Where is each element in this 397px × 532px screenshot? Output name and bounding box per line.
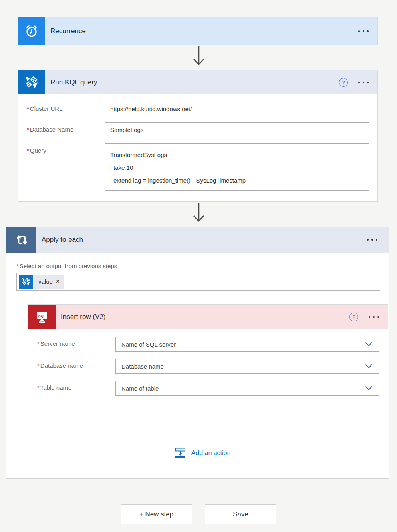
recurrence-alarm-clock-icon — [18, 17, 45, 45]
server-name-label: *Server name — [37, 337, 115, 347]
query-line: | extend lag = ingestion_time() - SysLog… — [110, 177, 364, 184]
required-marker: * — [16, 263, 19, 269]
table-name-label: *Table name — [37, 381, 115, 391]
table-name-select[interactable]: Name of table — [115, 381, 379, 396]
database-name-label: *Database Name — [27, 122, 105, 133]
help-icon[interactable]: ? — [339, 78, 348, 87]
help-icon[interactable]: ? — [349, 313, 358, 321]
query-line: | take 10 — [110, 164, 364, 171]
apply-to-each-card: Apply to each *Select an output from pre… — [6, 227, 389, 479]
query-label-text: Query — [30, 147, 46, 154]
database-name-row: *Database Name — [27, 122, 369, 137]
server-name-select[interactable]: Name of SQL server — [115, 337, 379, 352]
connector-arrow — [0, 45, 397, 70]
run-kql-query-card-header[interactable]: Run KQL query ? — [18, 70, 377, 94]
required-marker: * — [27, 126, 29, 133]
database-name-input[interactable] — [105, 122, 369, 137]
required-marker: * — [27, 147, 29, 154]
query-row: *Query TransformedSysLogs | take 10 | ex… — [27, 143, 369, 191]
add-action[interactable]: Add an action — [16, 448, 389, 458]
database-name-select-value: Database name — [121, 363, 164, 370]
run-kql-query-menu-icon[interactable] — [357, 79, 369, 86]
select-output-label-text: Select an output from previous steps — [20, 263, 117, 269]
recurrence-menu-icon[interactable] — [357, 28, 369, 34]
table-name-select-value: Name of table — [121, 385, 159, 392]
value-token-label: value — [33, 278, 55, 285]
sql-server-icon: SQL — [28, 305, 56, 329]
loop-icon — [6, 227, 36, 253]
run-kql-query-card-title: Run KQL query — [45, 78, 339, 86]
database-name-label-text: Database Name — [30, 126, 73, 133]
insert-row-card: SQL Insert row (V2) ? *Server name — [28, 304, 388, 408]
connector-arrow — [0, 202, 397, 227]
recurrence-card-header[interactable]: Recurrence — [18, 17, 377, 45]
azure-data-explorer-icon — [18, 70, 45, 94]
cluster-url-row: *Cluster URL — [27, 102, 369, 116]
select-output-label: *Select an output from previous steps — [16, 263, 389, 269]
insert-row-card-header[interactable]: SQL Insert row (V2) ? — [28, 305, 388, 329]
required-marker: * — [37, 384, 40, 391]
chevron-down-icon — [365, 386, 373, 391]
add-action-label: Add an action — [191, 450, 231, 457]
server-name-row: *Server name Name of SQL server — [37, 337, 379, 352]
azure-data-explorer-icon — [19, 275, 33, 289]
required-marker: * — [37, 362, 40, 369]
down-arrow-icon — [191, 46, 206, 69]
remove-token-icon[interactable]: × — [55, 278, 64, 286]
cluster-url-label: *Cluster URL — [27, 102, 105, 112]
required-marker: * — [37, 340, 40, 347]
insert-row-card-title: Insert row (V2) — [56, 313, 349, 321]
save-button[interactable]: Save — [205, 504, 276, 524]
chevron-down-icon — [365, 364, 373, 369]
recurrence-card-title: Recurrence — [45, 27, 357, 35]
database-name-row: *Database name Database name — [37, 359, 379, 374]
required-marker: * — [27, 105, 29, 112]
down-arrow-icon — [191, 203, 206, 226]
database-name-select[interactable]: Database name — [115, 359, 379, 374]
query-label: *Query — [27, 143, 105, 154]
value-token[interactable]: value × — [19, 275, 64, 289]
apply-to-each-menu-icon[interactable] — [366, 237, 378, 243]
run-kql-query-card: Run KQL query ? *Cluster URL *Database N… — [18, 70, 378, 202]
cluster-url-input[interactable] — [105, 102, 369, 116]
add-action-icon — [175, 448, 186, 458]
query-input[interactable]: TransformedSysLogs | take 10 | extend la… — [105, 143, 369, 191]
sql-icon-text: SQL — [38, 314, 46, 318]
server-name-select-value: Name of SQL server — [121, 341, 176, 348]
database-name-label-text: Database name — [40, 362, 83, 369]
table-name-label-text: Table name — [40, 384, 72, 391]
insert-row-menu-icon[interactable] — [368, 314, 380, 320]
server-name-label-text: Server name — [40, 340, 75, 347]
query-line: TransformedSysLogs — [110, 151, 364, 158]
table-name-row: *Table name Name of table — [37, 381, 379, 396]
new-step-button[interactable]: + New step — [121, 504, 192, 524]
apply-to-each-header[interactable]: Apply to each — [6, 227, 389, 253]
database-name-label: *Database name — [37, 359, 115, 369]
footer: + New step Save — [0, 504, 397, 524]
cluster-url-label-text: Cluster URL — [30, 105, 63, 112]
recurrence-card: Recurrence — [18, 17, 378, 45]
select-output-input[interactable]: value × — [16, 273, 380, 291]
chevron-down-icon — [365, 342, 373, 347]
apply-to-each-title: Apply to each — [36, 236, 366, 244]
